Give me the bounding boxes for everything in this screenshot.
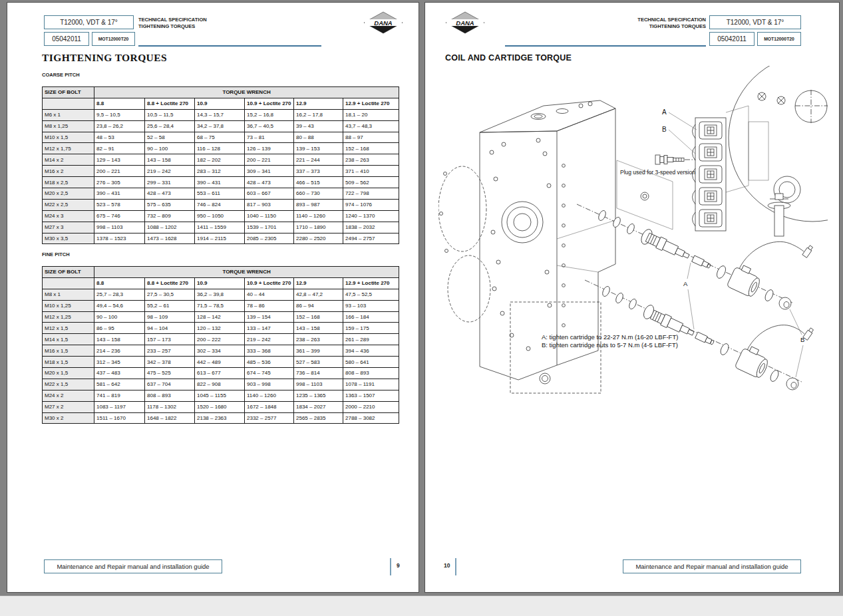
torque-value-cell: 575 – 635	[145, 199, 195, 210]
torque-value-cell: 2788 – 3082	[343, 412, 399, 424]
header-divider	[138, 45, 321, 47]
torque-value-cell: 808 – 893	[343, 368, 399, 379]
torque-value-cell: 71,5 – 78,5	[195, 300, 245, 311]
torque-wrench-header: TORQUE WRENCH	[94, 87, 399, 98]
page-title: TIGHTENING TORQUES	[42, 52, 167, 64]
torque-value-cell: 746 – 824	[195, 199, 245, 210]
torque-value-cell: 1520 – 1680	[195, 401, 245, 412]
torque-value-cell: 893 – 987	[294, 199, 343, 210]
torque-value-cell: 1078 – 1191	[343, 379, 399, 390]
torque-note-b: B: tighten cartridge nuts to 5-7 N.m (4-…	[542, 341, 678, 349]
bolt-size-cell: M18 x 2,5	[43, 177, 94, 188]
table-row: M30 x 3,51378 – 15231473 – 16281914 – 21…	[43, 233, 399, 244]
model-box: T12000, VDT & 17°	[44, 15, 134, 29]
torque-value-cell: 55,2 – 61	[145, 300, 195, 311]
table-row: M6 x 19,5 – 10,510,5 – 11,514,3 – 15,715…	[43, 109, 399, 120]
torque-value-cell: 283 – 312	[195, 166, 245, 177]
torque-value-cell: 25,7 – 28,3	[94, 289, 145, 300]
torque-value-cell: 2565 – 2835	[294, 412, 343, 424]
detail-label-b: B	[662, 126, 667, 133]
torque-value-cell: 143 – 158	[294, 323, 343, 334]
torque-value-cell: 78 – 86	[245, 300, 294, 311]
torque-value-cell: 214 – 236	[94, 345, 145, 357]
torque-value-cell: 817 – 903	[245, 199, 294, 210]
torque-value-cell: 80 – 88	[294, 132, 343, 143]
table-row: M12 x 1,2590 – 10098 – 109128 – 142139 –…	[43, 311, 399, 323]
torque-value-cell: 238 – 263	[294, 334, 343, 345]
assembly-label-a: A	[683, 280, 688, 287]
torque-value-cell: 974 – 1076	[343, 199, 399, 210]
bolt-size-cell: M24 x 2	[43, 390, 94, 401]
torque-value-cell: 808 – 893	[145, 390, 195, 401]
transmission-housing	[438, 100, 673, 393]
torque-value-cell: 221 – 244	[294, 154, 343, 166]
bolt-size-cell: M22 x 2,5	[43, 199, 94, 210]
page-number: 10	[444, 562, 450, 569]
torque-value-cell: 998 – 1103	[94, 222, 145, 233]
footer-manual-box: Maintenance and Repair manual and instal…	[44, 559, 222, 573]
torque-value-cell: 1411 – 1559	[195, 222, 245, 233]
spec-header: TECHNICAL SPECIFICATIONTIGHTENING TORQUE…	[585, 17, 706, 30]
grade-header: 8.8 + Loctite 270	[145, 277, 195, 289]
torque-value-cell: 466 – 515	[294, 177, 343, 188]
torque-value-cell: 9,5 – 10,5	[94, 109, 145, 120]
torque-value-cell: 2000 – 2210	[343, 401, 399, 412]
torque-value-cell: 2280 – 2520	[294, 233, 343, 244]
torque-value-cell: 342 – 378	[145, 357, 195, 368]
torque-value-cell: 133 – 147	[245, 323, 294, 334]
torque-value-cell: 86 – 94	[294, 300, 343, 311]
corner-cell	[43, 98, 94, 109]
torque-value-cell: 49,4 – 54,6	[94, 300, 145, 311]
torque-value-cell: 39 – 43	[294, 120, 343, 132]
corner-cell	[43, 277, 94, 289]
torque-value-cell: 48 – 53	[94, 132, 145, 143]
torque-value-cell: 23,8 – 26,2	[94, 120, 145, 132]
coil-a	[727, 263, 764, 299]
torque-value-cell: 309 – 341	[245, 166, 294, 177]
torque-value-cell: 157 – 173	[145, 334, 195, 345]
torque-value-cell: 93 – 103	[343, 300, 399, 311]
torque-value-cell: 1511 – 1670	[94, 412, 145, 424]
torque-value-cell: 200 – 221	[245, 154, 294, 166]
header-divider	[505, 45, 706, 47]
torque-value-cell: 371 – 410	[343, 166, 399, 177]
detail-label-a: A	[662, 108, 667, 116]
bolt-size-cell: M30 x 3,5	[43, 233, 94, 244]
cap-a	[779, 297, 791, 309]
size-of-bolt-header: SIZE OF BOLT	[43, 87, 94, 98]
valve-block-detail: A B Plug used for 3-speed version	[620, 66, 828, 236]
left-page: T12000, VDT & 17° 05042011 MOT12000T20 T…	[7, 2, 419, 593]
bolt-size-cell: M12 x 1,75	[43, 143, 94, 154]
torque-value-cell: 27,5 – 30,5	[145, 289, 195, 300]
torque-value-cell: 120 – 132	[195, 323, 245, 334]
torque-value-cell: 637 – 704	[145, 379, 195, 390]
torque-value-cell: 361 – 399	[294, 345, 343, 357]
coarse-pitch-label: COARSE PITCH	[42, 72, 80, 78]
torque-value-cell: 302 – 334	[195, 345, 245, 357]
doc-box: MOT12000T20	[92, 32, 135, 46]
svg-text:DANA: DANA	[456, 19, 474, 27]
bolt-size-cell: M22 x 1,5	[43, 379, 94, 390]
torque-value-cell: 98 – 109	[145, 311, 195, 323]
torque-value-cell: 73 – 81	[245, 132, 294, 143]
page-number-divider	[455, 558, 456, 575]
model-label: T12000, VDT & 17°	[60, 19, 118, 26]
cable-b	[747, 325, 804, 350]
plug-note: Plug used for 3-speed version	[620, 169, 695, 176]
connector-a	[802, 245, 814, 257]
torque-value-cell: 52 – 58	[145, 132, 195, 143]
bolt-size-cell: M18 x 1,5	[43, 357, 94, 368]
bolt-size-cell: M14 x 2	[43, 154, 94, 166]
torque-value-cell: 1838 – 2032	[343, 222, 399, 233]
code-box: 05042011	[44, 32, 89, 46]
torque-value-cell: 116 – 128	[195, 143, 245, 154]
torque-value-cell: 139 – 154	[245, 311, 294, 323]
bolt-size-cell: M16 x 1,5	[43, 345, 94, 357]
torque-value-cell: 337 – 373	[294, 166, 343, 177]
torque-value-cell: 200 – 221	[94, 166, 145, 177]
fine-pitch-table: SIZE OF BOLT TORQUE WRENCH 8.8 8.8 + Loc…	[42, 266, 399, 424]
torque-value-cell: 390 – 431	[195, 177, 245, 188]
torque-value-cell: 603 – 667	[245, 188, 294, 200]
torque-value-cell: 219 – 242	[145, 166, 195, 177]
bolt-size-cell: M6 x 1	[43, 109, 94, 120]
